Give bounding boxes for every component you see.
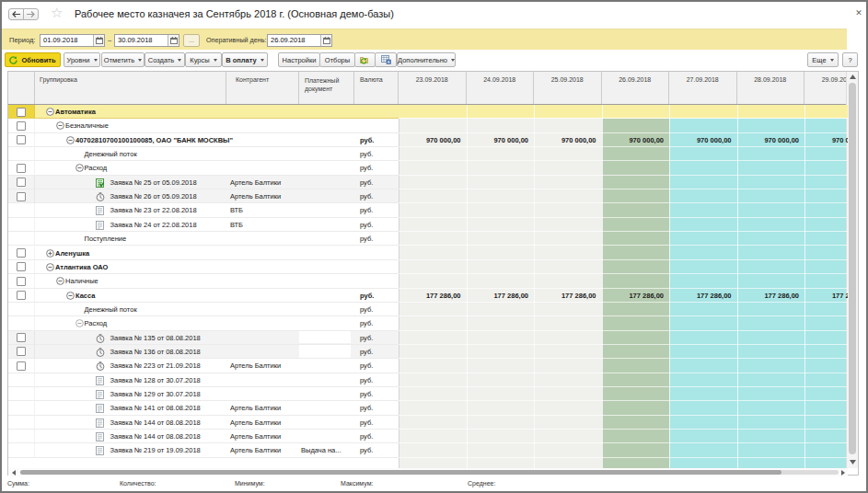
table-row[interactable]: Денежный потокруб. xyxy=(8,303,848,316)
table-row[interactable]: Денежный потокруб. xyxy=(8,147,848,161)
collapse-icon[interactable] xyxy=(46,108,54,116)
row-amount-28.09.2018 xyxy=(737,260,805,274)
table-row[interactable]: Заявка № 129 от 30.07.2018руб. xyxy=(8,387,848,401)
header-pay-doc[interactable]: Платежный документ xyxy=(299,72,354,104)
table-row[interactable]: Заявка № 144 от 08.08.2018Артель Балтики… xyxy=(8,430,848,443)
table-row[interactable]: Заявка № 24 от 22.08.2018ВТБруб. xyxy=(8,218,848,232)
collapse-icon[interactable] xyxy=(46,263,54,271)
clock-status-icon xyxy=(96,192,105,201)
header-date-28.09.2018[interactable]: 28.09.2018 xyxy=(737,72,805,104)
header-grouping[interactable]: Группировка xyxy=(35,72,226,104)
table-row[interactable]: Заявка № 219 от 19.09.2018Артель Балтики… xyxy=(8,443,848,457)
calendar-icon[interactable] xyxy=(168,35,179,46)
row-paydoc-editable[interactable] xyxy=(299,345,351,357)
row-checkbox[interactable] xyxy=(17,108,26,117)
close-icon[interactable]: ✕ xyxy=(852,6,865,19)
favorite-star-icon[interactable]: ☆ xyxy=(51,6,63,19)
collapse-icon[interactable] xyxy=(75,164,84,172)
row-checkbox-cell xyxy=(8,274,35,288)
save-settings-button[interactable] xyxy=(354,52,376,67)
back-button[interactable] xyxy=(8,8,24,20)
to-pay-button[interactable]: В оплату xyxy=(222,52,268,67)
collapse-icon[interactable] xyxy=(56,121,64,130)
op-day-field[interactable]: 26.09.2018 xyxy=(267,34,332,47)
table-row[interactable]: Безналичные xyxy=(8,119,848,132)
help-button[interactable]: ? xyxy=(842,52,858,67)
header-date-29.09.2018[interactable]: 29.09.2018 xyxy=(804,72,868,104)
header-date-23.09.2018[interactable]: 23.09.2018 xyxy=(399,72,467,104)
header-currency[interactable]: Валюта xyxy=(354,72,399,104)
table-row[interactable]: Автоматика xyxy=(8,105,848,119)
table-row[interactable]: Заявка № 23 от 22.08.2018ВТБруб. xyxy=(8,203,848,217)
scroll-up-icon[interactable] xyxy=(850,75,856,79)
collapse-icon[interactable] xyxy=(66,292,75,300)
row-checkbox[interactable] xyxy=(17,347,26,356)
row-checkbox[interactable] xyxy=(17,361,26,371)
scroll-down-icon[interactable] xyxy=(850,460,856,464)
collapse-icon[interactable] xyxy=(56,277,64,285)
header-contractor[interactable]: Контрагент xyxy=(226,72,299,104)
refresh-button[interactable]: Обновить xyxy=(5,52,61,67)
forward-button[interactable] xyxy=(23,8,39,20)
row-checkbox[interactable] xyxy=(17,164,26,173)
period-from-field[interactable]: 01.09.2018 xyxy=(40,34,105,47)
op-day-value: 26.09.2018 xyxy=(268,35,320,46)
table-row[interactable]: Заявка № 25 от 05.09.2018Артель Балтикир… xyxy=(8,176,848,189)
period-to-field[interactable]: 30.09.2018 xyxy=(114,34,179,47)
horizontal-scroll-thumb[interactable] xyxy=(20,470,781,475)
table-row[interactable]: Кассаруб.177 286,00177 286,00177 286,001… xyxy=(8,289,848,303)
table-row[interactable]: Наличные xyxy=(8,274,848,288)
horizontal-scrollbar[interactable] xyxy=(8,468,848,476)
row-checkbox[interactable] xyxy=(17,291,26,300)
row-paydoc-editable[interactable] xyxy=(299,331,351,343)
row-checkbox[interactable] xyxy=(17,333,26,342)
table-row[interactable]: Атлантика ОАО xyxy=(8,260,848,274)
row-amount-29.09.2018 xyxy=(804,203,848,217)
row-checkbox[interactable] xyxy=(17,262,26,271)
row-checkbox[interactable] xyxy=(17,277,26,286)
settings-button[interactable]: Настройки xyxy=(278,52,320,67)
row-checkbox[interactable] xyxy=(17,135,26,144)
load-settings-button[interactable] xyxy=(375,52,397,67)
table-row[interactable]: Расходруб. xyxy=(8,316,848,330)
row-amount-28.09.2018 xyxy=(737,176,805,189)
row-checkbox[interactable] xyxy=(17,192,26,201)
period-label: Период: xyxy=(9,36,35,44)
calendar-icon[interactable] xyxy=(93,35,104,46)
table-row[interactable]: Заявка № 144 от 08.08.2018Артель Балтики… xyxy=(8,416,848,430)
calendar-icon[interactable] xyxy=(320,35,331,46)
header-checkbox-column[interactable] xyxy=(8,72,35,104)
table-row[interactable]: Поступлениеруб. xyxy=(8,232,848,246)
header-date-25.09.2018[interactable]: 25.09.2018 xyxy=(534,72,602,104)
additional-button[interactable]: Дополнительно xyxy=(397,52,456,67)
filters-button[interactable]: Отборы xyxy=(319,52,355,67)
table-row[interactable]: Заявка № 223 от 21.09.2018Артель Балтики… xyxy=(8,359,848,373)
header-date-26.09.2018[interactable]: 26.09.2018 xyxy=(602,72,670,104)
row-checkbox[interactable] xyxy=(17,121,26,131)
levels-button[interactable]: Уровни xyxy=(64,52,100,67)
collapse-icon[interactable] xyxy=(75,319,84,327)
scroll-left-icon[interactable] xyxy=(12,470,16,476)
table-row[interactable]: Заявка № 141 от 08.08.2018Артель Балтики… xyxy=(8,401,848,415)
scroll-right-icon[interactable] xyxy=(841,470,845,476)
collapse-icon[interactable] xyxy=(66,136,75,144)
rates-button[interactable]: Курсы xyxy=(185,52,222,67)
mark-button[interactable]: Отметить xyxy=(101,52,145,67)
table-row[interactable]: Заявка № 136 от 08.08.2018руб. xyxy=(8,345,848,359)
table-row[interactable]: Заявка № 26 от 05.09.2018Артель Балтикир… xyxy=(8,189,848,203)
vertical-scroll-thumb[interactable] xyxy=(849,83,856,454)
row-checkbox[interactable] xyxy=(17,248,26,258)
table-row[interactable]: Расходруб. xyxy=(8,161,848,175)
header-date-24.09.2018[interactable]: 24.09.2018 xyxy=(467,72,535,104)
period-more-button[interactable]: ... xyxy=(183,34,200,47)
row-checkbox[interactable] xyxy=(17,178,26,187)
row-amount-29.09.2018 xyxy=(804,443,848,457)
table-row[interactable]: 40702810700100100085, ОАО "БАНК МОСКВЫ"р… xyxy=(8,133,848,147)
table-row[interactable]: Заявка № 135 от 08.08.2018руб. xyxy=(8,331,848,345)
more-button[interactable]: Еще xyxy=(807,52,839,67)
table-row[interactable]: Аленушка xyxy=(8,246,848,260)
expand-icon[interactable] xyxy=(46,249,54,258)
table-row[interactable]: Заявка № 128 от 30.07.2018руб. xyxy=(8,373,848,387)
header-date-27.09.2018[interactable]: 27.09.2018 xyxy=(669,72,737,104)
create-button[interactable]: Создать xyxy=(145,52,185,67)
